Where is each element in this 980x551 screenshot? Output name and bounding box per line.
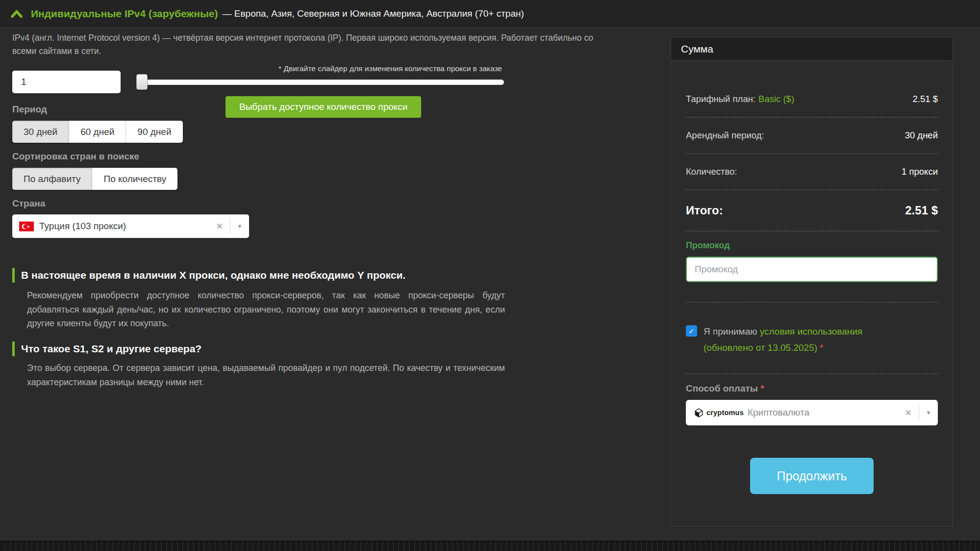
period-option-30-days[interactable]: 30 дней [12, 121, 69, 143]
terms-row: ✓ Я принимаю условия использования (обно… [686, 323, 938, 356]
period-row-label: Арендный период: [686, 130, 764, 141]
summary-title: Сумма [671, 37, 953, 61]
promo-label: Промокод [686, 240, 938, 251]
terms-checkbox[interactable]: ✓ [686, 325, 697, 337]
country-select-value: Турция (103 прокси) [39, 221, 126, 232]
turkey-flag-icon [19, 221, 34, 232]
terms-text: Я принимаю условия использования (обновл… [704, 323, 890, 356]
accent-bar [12, 341, 15, 356]
required-asterisk: * [760, 383, 764, 394]
chevron-down-icon[interactable]: ▼ [919, 410, 938, 416]
info-section-servers: Что такое S1, S2 и другие сервера? [12, 341, 201, 356]
quantity-row-label: Количество: [686, 166, 737, 177]
period-option-90-days[interactable]: 90 дней [126, 121, 182, 143]
dotted-divider [686, 231, 938, 232]
sort-button-group: По алфавиту По количеству [12, 168, 177, 190]
country-select[interactable]: Турция (103 прокси) ✕ ▼ [12, 214, 249, 238]
summary-row-period: Арендный период: 30 дней [686, 118, 938, 153]
total-value: 2.51 $ [905, 204, 938, 217]
chevron-up-icon[interactable] [11, 10, 23, 18]
continue-button[interactable]: Продолжить [750, 458, 874, 494]
bottom-section-divider [0, 541, 980, 551]
payment-method-label: Способ оплаты * [686, 383, 938, 394]
info-body: Это выбор сервера. От сервера зависит це… [27, 361, 505, 389]
sort-label: Сортировка стран в поиске [12, 151, 139, 162]
terms-prefix: Я принимаю [704, 326, 760, 337]
order-summary-panel: Сумма Тарифный план:Basic ($) 2.51 $ Аре… [671, 37, 953, 526]
tariff-label: Тарифный план:Basic ($) [686, 94, 794, 105]
slider-track[interactable] [136, 79, 504, 85]
select-available-quantity-button[interactable]: Выбрать доступное количество прокси [226, 96, 421, 118]
dotted-divider [686, 373, 938, 374]
proxy-order-page: Индивидуальные IPv4 (зарубежные) — Европ… [0, 0, 980, 551]
info-heading: Что такое S1, S2 и другие сервера? [21, 343, 201, 355]
promo-input[interactable] [686, 257, 938, 282]
cryptomus-wordmark: cryptomus [706, 409, 744, 417]
section-subtitle: — Европа, Азия, Северная и Южная Америка… [223, 8, 524, 19]
section-header-ipv4[interactable]: Индивидуальные IPv4 (зарубежные) — Европ… [0, 0, 980, 28]
ipv4-description: IPv4 (англ. Internet Protocol version 4)… [12, 31, 613, 58]
cryptomus-cube-icon [694, 408, 704, 418]
payment-select-value: Криптовалюта [748, 407, 809, 418]
quantity-input[interactable] [12, 71, 121, 93]
info-body: Рекомендуем приобрести доступное количес… [27, 289, 505, 331]
summary-body: Тарифный план:Basic ($) 2.51 $ Арендный … [671, 81, 953, 494]
accent-bar [12, 268, 15, 283]
chevron-down-icon[interactable]: ▼ [230, 223, 249, 229]
required-asterisk: * [820, 342, 823, 353]
tariff-price: 2.51 $ [913, 94, 938, 105]
period-label: Период [12, 104, 47, 115]
summary-row-quantity: Количество: 1 прокси [686, 154, 938, 189]
tariff-plan-name: Basic ($) [758, 94, 794, 104]
section-title: Индивидуальные IPv4 (зарубежные) [31, 8, 218, 20]
info-section-availability: В настоящее время в наличии X прокси, од… [12, 268, 405, 283]
total-label: Итого: [686, 204, 723, 217]
period-option-60-days[interactable]: 60 дней [69, 121, 126, 143]
sort-option-alphabet[interactable]: По алфавиту [12, 168, 92, 190]
cryptomus-brand: cryptomus [694, 408, 744, 418]
quantity-slider[interactable] [136, 74, 504, 90]
slider-handle[interactable] [136, 74, 148, 90]
summary-row-total: Итого: 2.51 $ [686, 190, 938, 231]
dotted-divider [686, 302, 938, 303]
period-button-group: 30 дней 60 дней 90 дней [12, 121, 183, 143]
quantity-row-value: 1 прокси [902, 166, 938, 177]
period-row-value: 30 дней [905, 130, 938, 141]
slider-hint: * Двигайте слайдер для изменения количес… [136, 64, 502, 73]
payment-method-select[interactable]: cryptomus Криптовалюта ✕ ▼ [686, 400, 938, 425]
clear-country-icon[interactable]: ✕ [209, 221, 230, 232]
clear-payment-icon[interactable]: ✕ [898, 408, 919, 418]
country-label: Страна [12, 198, 45, 209]
info-heading: В настоящее время в наличии X прокси, од… [21, 269, 405, 281]
sort-option-quantity[interactable]: По количеству [92, 168, 177, 190]
summary-row-tariff: Тарифный план:Basic ($) 2.51 $ [686, 81, 938, 117]
